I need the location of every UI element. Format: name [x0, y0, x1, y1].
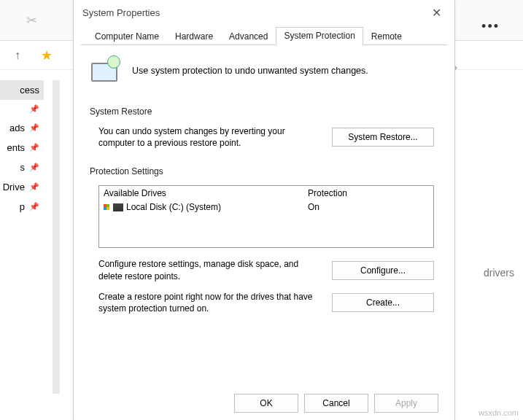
close-icon[interactable]: ✕ [427, 4, 446, 21]
dialog-content: Use system protection to undo unwanted s… [74, 45, 454, 314]
system-restore-desc: You can undo system changes by reverting… [98, 125, 323, 149]
header-drives: Available Drives [104, 188, 308, 198]
disk-icon [113, 203, 123, 211]
drives-listbox[interactable]: Available Drives Protection Local Disk (… [98, 185, 434, 248]
dialog-titlebar: System Properties ✕ [74, 0, 454, 25]
favorite-star-icon[interactable]: ★ [41, 47, 53, 63]
dialog-footer: OK Cancel Apply [234, 394, 438, 413]
sidebar-item[interactable]: s📌 [0, 158, 44, 177]
dialog-title: System Properties [82, 7, 160, 18]
ok-button[interactable]: OK [234, 394, 298, 413]
apply-button[interactable]: Apply [374, 394, 438, 413]
group-legend: System Restore [90, 106, 156, 117]
file-item-drivers[interactable]: drivers [484, 267, 514, 279]
tab-remote[interactable]: Remote [363, 28, 410, 45]
pin-icon: 📌 [29, 202, 39, 211]
system-restore-button[interactable]: System Restore... [332, 128, 434, 147]
sidebar-scrollbar[interactable] [53, 80, 60, 394]
create-button[interactable]: Create... [332, 293, 434, 312]
pin-icon: 📌 [29, 123, 39, 133]
pin-icon: 📌 [29, 163, 39, 172]
sidebar-item[interactable]: Drive📌 [0, 177, 44, 197]
group-legend: Protection Settings [90, 166, 168, 176]
intro-text: Use system protection to undo unwanted s… [132, 66, 368, 76]
header-protection: Protection [308, 188, 347, 198]
watermark: wsxdn.com [479, 408, 519, 417]
pin-icon: 📌 [29, 104, 39, 114]
sidebar-item[interactable]: ads📌 [0, 118, 44, 138]
cancel-button[interactable]: Cancel [304, 394, 368, 413]
create-desc: Create a restore point right now for the… [98, 291, 323, 314]
drive-row[interactable]: Local Disk (C:) (System) On [99, 201, 433, 214]
sidebar-item[interactable]: ents📌 [0, 138, 44, 158]
more-icon[interactable]: ••• [481, 19, 500, 34]
tab-hardware[interactable]: Hardware [167, 28, 221, 45]
drives-header: Available Drives Protection [99, 186, 433, 201]
up-arrow-icon[interactable]: ↑ [15, 49, 20, 62]
protection-settings-group: Protection Settings Available Drives Pro… [90, 166, 438, 314]
pin-icon: 📌 [29, 182, 39, 192]
drive-name: Local Disk (C:) (System) [126, 202, 221, 212]
sidebar-item[interactable]: p📌 [0, 197, 44, 217]
tab-computer-name[interactable]: Computer Name [87, 28, 167, 45]
drive-protection-status: On [308, 202, 319, 212]
sidebar-item[interactable]: 📌 [0, 100, 44, 118]
system-restore-group: System Restore You can undo system chang… [90, 106, 438, 149]
tab-advanced[interactable]: Advanced [221, 28, 276, 45]
configure-button[interactable]: Configure... [332, 261, 434, 280]
pin-icon: 📌 [29, 143, 39, 152]
tab-system-protection[interactable]: System Protection [276, 27, 363, 45]
windows-flag-icon [104, 204, 109, 210]
sidebar-item-quickaccess[interactable]: cess [0, 80, 44, 100]
intro-section: Use system protection to undo unwanted s… [90, 55, 438, 86]
configure-desc: Configure restore settings, manage disk … [98, 258, 323, 281]
scissors-icon[interactable]: ✂ [26, 12, 37, 28]
system-protection-icon [90, 55, 120, 86]
system-properties-dialog: System Properties ✕ Computer Name Hardwa… [73, 0, 455, 420]
dialog-tabs: Computer Name Hardware Advanced System P… [81, 25, 447, 45]
explorer-sidebar: cess 📌 ads📌 ents📌 s📌 Drive📌 p📌 [0, 80, 44, 217]
